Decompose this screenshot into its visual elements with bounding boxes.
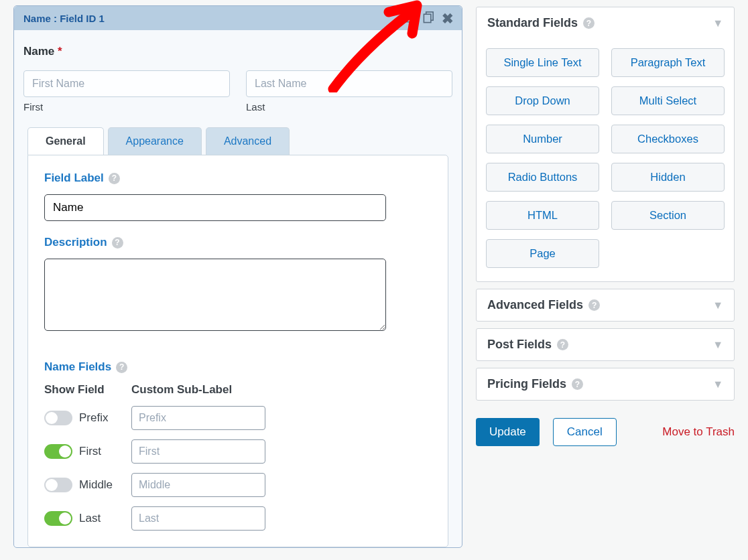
description-textarea[interactable] <box>44 259 386 331</box>
caret-down-icon: ▼ <box>712 339 723 351</box>
collapse-icon[interactable] <box>404 11 416 25</box>
row-last-toggle-cell: Last <box>44 511 131 526</box>
field-btn-page[interactable]: Page <box>486 239 599 268</box>
panel-post-fields-title: Post Fields <box>487 338 552 352</box>
row-prefix-toggle-cell: Prefix <box>44 411 131 425</box>
field-btn-hidden[interactable]: Hidden <box>611 163 725 192</box>
last-sub-label: Last <box>246 101 452 113</box>
field-btn-radio-buttons[interactable]: Radio Buttons <box>486 163 599 192</box>
tab-advanced[interactable]: Advanced <box>206 127 290 155</box>
sublabel-first-input[interactable] <box>131 439 265 464</box>
tab-general[interactable]: General <box>27 127 104 155</box>
toggle-middle[interactable] <box>44 478 72 492</box>
panel-pricing-fields: Pricing Fields ? ▼ <box>476 368 735 401</box>
custom-sublabel-header: Custom Sub-Label <box>131 383 272 397</box>
sidebar: Standard Fields ? ▼ Single Line Text Par… <box>469 0 741 560</box>
action-row: Update Cancel Move to Trash <box>476 418 735 446</box>
field-btn-checkboxes[interactable]: Checkboxes <box>611 125 725 153</box>
sublabel-prefix-input[interactable] <box>131 406 265 430</box>
help-icon[interactable]: ? <box>109 173 120 184</box>
field-card-header: Name : Field ID 1 ✖ <box>14 6 462 30</box>
toggle-prefix[interactable] <box>44 411 72 425</box>
field-btn-number[interactable]: Number <box>486 125 599 153</box>
panel-standard-fields: Standard Fields ? ▼ Single Line Text Par… <box>476 7 735 282</box>
description-heading: Description ? <box>44 236 432 249</box>
panel-pricing-fields-title: Pricing Fields <box>487 377 566 391</box>
help-icon[interactable]: ? <box>583 17 595 29</box>
duplicate-icon[interactable] <box>422 11 435 25</box>
move-to-trash-link[interactable]: Move to Trash <box>662 425 735 439</box>
description-heading-text: Description <box>44 236 107 249</box>
field-body: Name * First Last General Appearance Adv… <box>14 30 462 547</box>
field-label-input[interactable] <box>44 194 386 221</box>
field-btn-single-line-text[interactable]: Single Line Text <box>486 48 599 77</box>
panel-advanced-fields-title: Advanced Fields <box>487 298 583 312</box>
caret-down-icon: ▼ <box>712 299 723 311</box>
caret-down-icon: ▼ <box>712 378 723 391</box>
row-middle-label: Middle <box>79 478 113 492</box>
show-field-header: Show Field <box>44 383 131 397</box>
tab-panel-general: Field Label ? Description ? Name Fields … <box>27 155 448 547</box>
row-last-label: Last <box>79 512 101 525</box>
panel-post-fields-head[interactable]: Post Fields ? ▼ <box>477 329 734 360</box>
field-header-title: Name : Field ID 1 <box>23 13 105 24</box>
toggle-last[interactable] <box>44 511 72 526</box>
help-icon[interactable]: ? <box>588 299 600 311</box>
svg-rect-2 <box>424 14 430 22</box>
field-btn-drop-down[interactable]: Drop Down <box>486 86 599 115</box>
update-button[interactable]: Update <box>476 418 540 446</box>
row-middle-toggle-cell: Middle <box>44 478 131 492</box>
settings-tabs: General Appearance Advanced <box>27 127 452 155</box>
close-icon[interactable]: ✖ <box>442 11 454 25</box>
panel-standard-fields-title: Standard Fields <box>487 16 578 30</box>
last-name-input[interactable] <box>246 70 452 97</box>
panel-advanced-fields-head[interactable]: Advanced Fields ? ▼ <box>477 289 734 321</box>
field-label-heading-text: Field Label <box>44 171 104 185</box>
required-star-icon: * <box>58 45 62 58</box>
caret-down-icon: ▼ <box>712 17 723 29</box>
field-label-heading: Field Label ? <box>44 171 432 185</box>
field-btn-multi-select[interactable]: Multi Select <box>611 86 725 115</box>
field-btn-html[interactable]: HTML <box>486 201 599 230</box>
tab-appearance[interactable]: Appearance <box>108 127 202 155</box>
row-prefix-label: Prefix <box>79 411 108 425</box>
field-btn-paragraph-text[interactable]: Paragraph Text <box>611 48 725 77</box>
field-title-text: Name <box>23 45 54 58</box>
row-first-toggle-cell: First <box>44 444 131 459</box>
help-icon[interactable]: ? <box>572 378 583 390</box>
field-btn-section[interactable]: Section <box>611 201 725 230</box>
sublabel-middle-input[interactable] <box>131 473 265 497</box>
help-icon[interactable]: ? <box>557 339 568 350</box>
cancel-button[interactable]: Cancel <box>553 418 617 446</box>
help-icon[interactable]: ? <box>112 237 123 249</box>
first-name-input[interactable] <box>23 70 230 97</box>
first-sub-label: First <box>23 101 230 113</box>
field-editor-card: Name : Field ID 1 ✖ Name * First <box>13 5 462 548</box>
toggle-first[interactable] <box>44 444 72 459</box>
field-title: Name * <box>23 45 452 58</box>
panel-standard-fields-head[interactable]: Standard Fields ? ▼ <box>477 7 734 39</box>
name-fields-heading: Name Fields ? <box>44 360 432 374</box>
standard-fields-grid: Single Line Text Paragraph Text Drop Dow… <box>477 39 734 281</box>
panel-advanced-fields: Advanced Fields ? ▼ <box>476 289 735 322</box>
help-icon[interactable]: ? <box>116 362 127 373</box>
name-fields-heading-text: Name Fields <box>44 360 111 374</box>
name-fields-table: Show Field Custom Sub-Label Prefix First <box>44 383 432 531</box>
panel-pricing-fields-head[interactable]: Pricing Fields ? ▼ <box>477 368 734 400</box>
sublabel-last-input[interactable] <box>131 506 265 531</box>
panel-post-fields: Post Fields ? ▼ <box>476 328 735 361</box>
row-first-label: First <box>79 445 101 458</box>
